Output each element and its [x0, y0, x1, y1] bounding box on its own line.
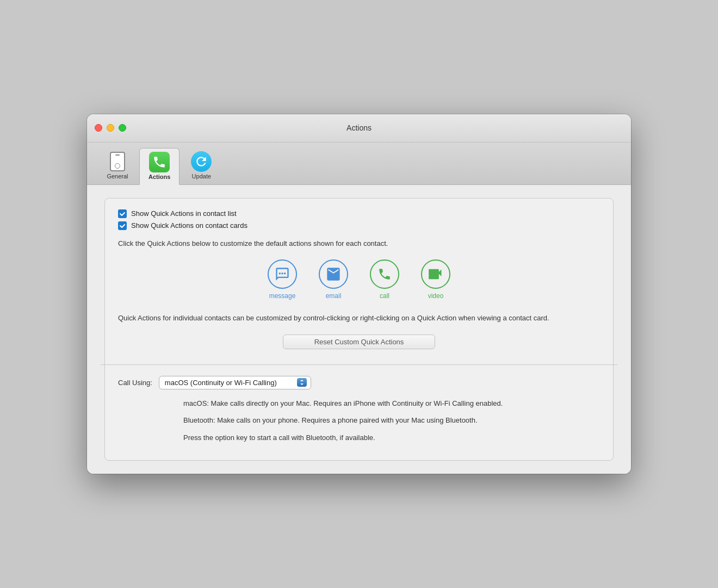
video-circle: [421, 259, 450, 289]
svg-point-2: [284, 273, 286, 275]
svg-point-0: [281, 273, 283, 275]
call-label: call: [380, 292, 389, 300]
call-using-row: Call Using: macOS (Continuity or Wi-Fi C…: [118, 376, 600, 389]
tab-general[interactable]: General: [98, 148, 137, 184]
titlebar: Actions: [87, 114, 631, 143]
toolbar: General Actions Update: [87, 143, 631, 185]
checkbox-label-1: Show Quick Actions in contact list: [131, 209, 237, 218]
call-using-label: Call Using:: [118, 379, 152, 387]
description-text-1: Click the Quick Actions below to customi…: [118, 239, 600, 249]
general-tab-icon: [107, 151, 128, 172]
tab-update-label: Update: [192, 173, 211, 180]
minimize-button[interactable]: [107, 124, 114, 132]
quick-action-email[interactable]: email: [319, 259, 348, 300]
maximize-button[interactable]: [119, 124, 126, 132]
call-using-select-wrapper: macOS (Continuity or Wi-Fi Calling) Blue…: [159, 376, 311, 389]
checkbox-show-on-cards[interactable]: [118, 221, 127, 230]
refresh-icon: [191, 151, 212, 172]
tab-actions-label: Actions: [148, 174, 170, 180]
desc-macos: macOS: Make calls directly on your Mac. …: [183, 398, 600, 409]
close-button[interactable]: [95, 124, 102, 132]
checkbox-section: Show Quick Actions in contact list Show …: [118, 209, 600, 230]
window-title: Actions: [346, 123, 372, 132]
tab-general-label: General: [107, 173, 128, 180]
quick-action-message[interactable]: message: [268, 259, 297, 300]
message-circle: [268, 259, 297, 289]
tab-update[interactable]: Update: [182, 148, 221, 184]
iphone-icon: [110, 152, 125, 171]
content-inner: Show Quick Actions in contact list Show …: [104, 198, 614, 461]
checkbox-row-2: Show Quick Actions on contact cards: [118, 221, 600, 230]
traffic-lights: [95, 124, 126, 132]
main-window: Actions General Actions: [87, 114, 631, 474]
email-circle: [319, 259, 348, 289]
info-text: Quick Actions for individual contacts ca…: [118, 313, 564, 324]
checkbox-label-2: Show Quick Actions on contact cards: [131, 221, 247, 230]
desc-bluetooth: Bluetooth: Make calls on your phone. Req…: [183, 415, 600, 426]
phone-green-icon: [149, 152, 170, 172]
reset-quick-actions-button[interactable]: Reset Custom Quick Actions: [283, 335, 435, 349]
checkbox-show-in-list[interactable]: [118, 209, 127, 218]
reset-button-container: Reset Custom Quick Actions: [118, 335, 600, 349]
actions-tab-icon: [149, 152, 170, 172]
call-description-block: macOS: Make calls directly on your Mac. …: [118, 398, 600, 443]
call-circle: [370, 259, 399, 289]
quick-actions-row: message email: [118, 259, 600, 300]
desc-option: Press the option key to start a call wit…: [183, 432, 600, 443]
svg-point-1: [279, 273, 281, 275]
quick-action-call[interactable]: call: [370, 259, 399, 300]
quick-action-video[interactable]: video: [421, 259, 450, 300]
update-tab-icon: [191, 151, 212, 172]
checkbox-row-1: Show Quick Actions in contact list: [118, 209, 600, 218]
video-label: video: [428, 292, 444, 300]
divider: [101, 364, 617, 365]
content-area: Show Quick Actions in contact list Show …: [87, 185, 631, 474]
call-using-select[interactable]: macOS (Continuity or Wi-Fi Calling) Blue…: [159, 376, 311, 389]
tab-actions[interactable]: Actions: [139, 148, 180, 185]
message-label: message: [269, 292, 296, 300]
email-label: email: [326, 292, 342, 300]
